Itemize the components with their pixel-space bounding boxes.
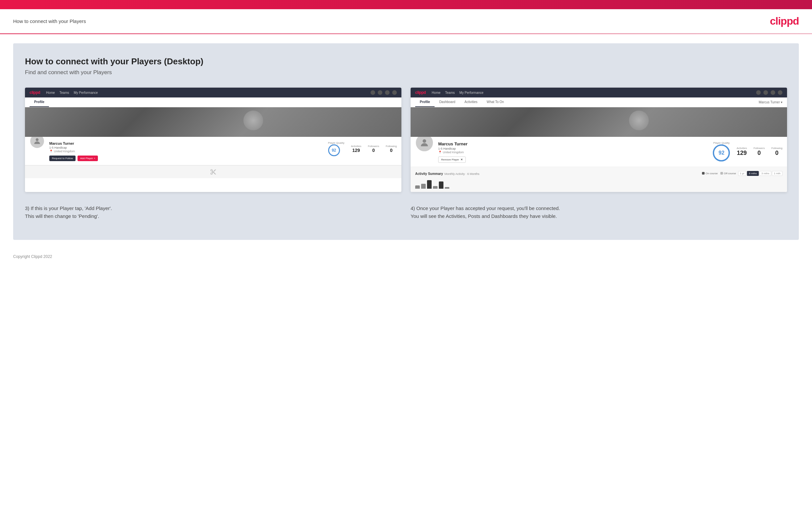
period-1mth-button[interactable]: 1 mth [772,171,782,176]
top-accent-bar [0,0,812,9]
captions-row: 3) If this is your Player tap, 'Add Play… [25,201,787,223]
left-following-value: 0 [386,148,397,153]
add-player-button[interactable]: Add Player + [78,156,98,161]
page-subtitle: Find and connect with your Players [25,69,787,76]
left-mock-tabs: Profile [25,98,401,107]
period-3mths-button[interactable]: 3 mths [759,171,771,176]
left-tabs-left: Profile [30,98,49,107]
right-nav-icons [756,90,782,95]
request-follow-button[interactable]: Request to Follow [49,156,75,161]
right-mock-tabs: Profile Dashboard Activities What To On … [411,98,787,107]
location-pin-icon: 📍 [49,150,53,153]
right-tab-dashboard[interactable]: Dashboard [435,98,460,107]
left-quality-label: Player Quality [328,142,345,145]
right-tab-profile[interactable]: Profile [415,98,435,107]
scissors-icon [210,169,216,175]
left-followers-value: 0 [368,148,379,153]
right-activity-period: Monthly Activity · 6 Months [445,172,479,176]
right-legend-offcourse: Off course [720,172,736,175]
screenshots-row: clippd Home Teams My Performance Profile [25,88,787,192]
screenshot-panel-left: clippd Home Teams My Performance Profile [25,88,401,192]
right-player-location: 📍 United Kingdom [438,151,705,154]
left-player-info: Marcus Turner 1-5 Handicap 📍 United King… [49,140,320,161]
off-course-dot [720,172,723,175]
right-following-value: 0 [771,150,782,157]
left-avatar-icon [392,90,397,95]
header-divider [0,34,812,34]
copyright-text: Copyright Clippd 2022 [13,254,52,259]
left-user-icon [378,90,383,95]
off-course-label: Off course [724,172,736,175]
period-1yr-button[interactable]: 1 yr [738,171,746,176]
breadcrumb: How to connect with your Players [13,18,86,24]
left-followers-stat: Followers 0 [368,145,379,153]
bar-3 [427,180,432,189]
left-quality-stat: Player Quality 92 [328,142,345,156]
left-nav-performance: My Performance [73,91,98,95]
left-player-name: Marcus Turner [49,142,320,146]
left-following-label: Following [386,145,397,148]
right-activities-value: 129 [737,150,747,157]
right-activity-summary: Activity Summary Monthly Activity · 6 Mo… [411,167,787,192]
left-player-handicap: 1-5 Handicap [49,146,320,149]
right-nav-logo: clippd [415,90,426,95]
right-nav-teams: Teams [445,91,455,95]
bar-1 [415,185,420,189]
right-location-pin-icon: 📍 [438,151,442,154]
caption-left: 3) If this is your Player tap, 'Add Play… [25,201,401,223]
right-following-label: Following [771,147,782,150]
right-followers-label: Followers [754,147,765,150]
right-quality-stat: Player Quality 92 [713,142,730,161]
left-activities-label: Activities [351,145,361,148]
right-mock-nav: clippd Home Teams My Performance [411,88,787,98]
right-activity-title-text: Activity Summary [415,172,443,176]
main-content: How to connect with your Players (Deskto… [13,43,799,240]
left-mock-nav: clippd Home Teams My Performance [25,88,401,98]
screenshot-panel-right: clippd Home Teams My Performance Profile [411,88,787,192]
footer: Copyright Clippd 2022 [0,249,812,264]
left-profile-banner [25,107,401,137]
left-nav-logo: clippd [30,90,40,95]
left-activities-stat: Activities 129 [351,145,361,153]
right-followers-stat: Followers 0 [754,147,765,157]
right-period-buttons: 1 yr 6 mths 3 mths 1 mth [738,171,782,176]
right-chart-bars [415,179,782,189]
period-6mths-button[interactable]: 6 mths [747,171,759,176]
bar-4 [433,186,438,189]
right-stats-row: Player Quality 92 Activities 129 Followe… [710,140,782,161]
on-course-dot [702,172,705,175]
left-search-icon [370,90,375,95]
left-quality-circle: 92 [328,145,340,156]
right-player-selector[interactable]: Marcus Turner ▾ [759,100,782,104]
right-chart-legend: On course Off course [702,172,736,175]
scissors-divider [25,165,401,178]
right-profile-body: Marcus Turner 1-5 Handicap 📍 United King… [411,137,787,167]
right-nav-performance: My Performance [459,91,483,95]
svg-point-0 [36,138,39,141]
right-legend-oncourse: On course [702,172,718,175]
left-banner-image [25,107,401,137]
right-search-icon [756,90,761,95]
right-tab-activities[interactable]: Activities [460,98,482,107]
right-user-icon [763,90,768,95]
caption-right: 4) Once your Player has accepted your re… [411,201,787,223]
left-tab-profile[interactable]: Profile [30,98,49,107]
right-followers-value: 0 [754,150,765,157]
clippd-logo: clippd [770,15,799,27]
svg-point-1 [423,139,426,143]
right-activity-title: Activity Summary Monthly Activity · 6 Mo… [415,170,479,176]
left-stats-row: Player Quality 92 Activities 129 Followe… [325,140,397,156]
right-player-handicap: 1-5 Handicap [438,147,705,150]
right-following-stat: Following 0 [771,147,782,157]
right-profile-banner [411,107,787,137]
right-banner-image [411,107,787,137]
right-activities-stat: Activities 129 [737,147,747,157]
left-nav-teams: Teams [59,91,69,95]
remove-x-icon: ✕ [461,158,463,161]
right-avatar-icon [778,90,782,95]
remove-player-button[interactable]: Remove Player ✕ [438,157,466,163]
left-nav-icons [370,90,397,95]
right-tab-whattoon[interactable]: What To On [482,98,509,107]
right-nav-home: Home [432,91,441,95]
bar-2 [421,184,426,189]
